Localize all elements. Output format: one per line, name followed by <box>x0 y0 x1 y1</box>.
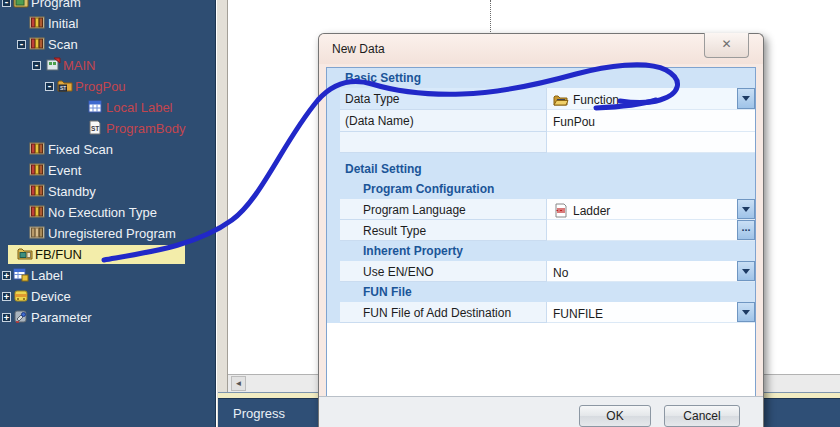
tree-item-programbody[interactable]: STProgramBody <box>0 118 216 139</box>
dialog-button-bar: OK Cancel <box>319 396 763 427</box>
grid-gutter <box>327 153 340 179</box>
tree-expander-icon[interactable]: - <box>45 82 54 91</box>
browse-button[interactable]: ... <box>737 220 755 240</box>
grid-gutter <box>327 68 340 88</box>
property-button-cell <box>737 110 755 132</box>
section-header-program-configuration: Program Configuration <box>327 179 755 199</box>
dialog-title: New Data <box>332 42 385 56</box>
dropdown-button[interactable] <box>737 302 755 322</box>
tree-item-fb-fun[interactable]: FB/FUN <box>0 244 216 265</box>
new-data-dialog: New Data ✕ Basic SettingData TypeFunctio… <box>318 33 764 427</box>
grid-gutter <box>327 241 340 261</box>
section-header-label: Detail Setting <box>340 159 755 179</box>
close-icon[interactable]: ✕ <box>704 33 749 58</box>
tree-item-label: Fixed Scan <box>48 142 113 157</box>
tree-item-scan[interactable]: -Scan <box>0 34 216 55</box>
tree-expander-icon[interactable]: + <box>2 271 11 280</box>
tree-item-no-execution-type[interactable]: No Execution Type <box>0 202 216 223</box>
property-label: FUN File of Add Destination <box>340 302 547 323</box>
dropdown-button[interactable] <box>737 199 755 219</box>
tree-item-standby[interactable]: Standby <box>0 181 216 202</box>
tree-item-label: Unregistered Program <box>48 226 176 241</box>
tree-item-fixed-scan[interactable]: Fixed Scan <box>0 139 216 160</box>
property-row-data-type[interactable]: Data TypeFunction <box>327 88 755 110</box>
chevron-down-icon <box>742 269 750 274</box>
project-tree-panel: -ProgramInitial-Scan-MAIN-STProgPouLocal… <box>0 0 216 427</box>
section-header-label: Basic Setting <box>340 68 755 88</box>
parameter-icon <box>13 309 29 324</box>
property-value-cell[interactable]: FUNFILE <box>547 302 737 323</box>
scroll-left-button[interactable]: ◄ <box>231 376 246 391</box>
property-button-cell <box>737 132 755 153</box>
property-value: No <box>553 266 568 280</box>
tree-item-program[interactable]: -Program <box>0 0 216 13</box>
tree-expander-icon[interactable]: - <box>32 61 41 70</box>
property-value-cell[interactable] <box>547 132 737 153</box>
property-row-program-language[interactable]: Program LanguageLadder <box>327 199 755 220</box>
tree-item-label: FB/FUN <box>35 247 82 262</box>
grid-gutter <box>327 179 340 199</box>
ok-button[interactable]: OK <box>579 405 651 427</box>
tree-item-main[interactable]: -MAIN <box>0 55 216 76</box>
tree-expander-icon[interactable]: + <box>2 313 11 322</box>
property-value-cell[interactable]: Ladder <box>547 199 737 220</box>
tree-item-label[interactable]: +Label <box>0 265 216 286</box>
section-header-detail-setting: Detail Setting <box>327 153 755 179</box>
tree-item-label: Parameter <box>31 310 92 325</box>
property-row-use-en-eno[interactable]: Use EN/ENONo <box>327 261 755 282</box>
pou-folder-icon: ST <box>57 78 73 93</box>
tree-item-device[interactable]: +Device <box>0 286 216 307</box>
tree-item-label: Local Label <box>106 100 173 115</box>
chevron-down-icon <box>742 207 750 212</box>
property-label: Result Type <box>340 220 547 241</box>
label-group-icon <box>13 267 29 282</box>
dropdown-button[interactable] <box>737 88 755 109</box>
property-label <box>340 132 547 153</box>
tree-item-unregistered-program[interactable]: Unregistered Program <box>0 223 216 244</box>
grid-gutter <box>327 220 340 241</box>
property-row-fun-file-of-add-destination[interactable]: FUN File of Add DestinationFUNFILE <box>327 302 755 323</box>
property-value-cell[interactable]: No <box>547 261 737 282</box>
tree-expander-icon[interactable]: - <box>2 0 11 7</box>
property-value: Ladder <box>573 204 610 218</box>
property-label: Data Type <box>340 88 547 110</box>
property-value-cell[interactable]: Function <box>547 88 737 110</box>
tree-expander-icon[interactable]: + <box>2 292 11 301</box>
property-label: Program Language <box>340 199 547 220</box>
dialog-title-bar[interactable]: New Data <box>319 34 763 64</box>
tree-item-initial[interactable]: Initial <box>0 13 216 34</box>
progress-panel-title: Progress <box>233 406 285 421</box>
exec-type-icon <box>29 183 45 198</box>
gx-works-screen: -ProgramInitial-Scan-MAIN-STProgPouLocal… <box>0 0 840 427</box>
property-row-empty[interactable] <box>327 132 755 153</box>
tree-item-parameter[interactable]: +Parameter <box>0 307 216 328</box>
grid-gutter <box>327 110 340 132</box>
tree-item-event[interactable]: Event <box>0 160 216 181</box>
ladder-icon <box>553 203 569 218</box>
exec-type-icon <box>29 204 45 219</box>
exec-type-icon <box>29 36 45 51</box>
property-label: Use EN/ENO <box>340 261 547 282</box>
property-button-cell <box>737 88 755 110</box>
property-value-cell[interactable]: FunPou <box>547 110 737 132</box>
grid-gutter <box>327 302 340 323</box>
property-value-cell[interactable] <box>547 220 737 241</box>
dropdown-button[interactable] <box>737 261 755 281</box>
grid-gutter <box>327 282 340 302</box>
tree-expander-icon[interactable]: - <box>17 40 26 49</box>
cancel-button[interactable]: Cancel <box>664 405 740 427</box>
section-header-basic-setting: Basic Setting <box>327 68 755 88</box>
tree-item-label: Standby <box>48 184 96 199</box>
property-value: FunPou <box>553 115 595 129</box>
tree-item-local-label[interactable]: Local Label <box>0 97 216 118</box>
chevron-down-icon <box>742 310 750 315</box>
section-header-inherent-property: Inherent Property <box>327 241 755 261</box>
property-row--data-name-[interactable]: (Data Name)FunPou <box>327 110 755 132</box>
property-row-result-type[interactable]: Result Type... <box>327 220 755 241</box>
property-button-cell <box>737 261 755 282</box>
tree-item-progpou[interactable]: -STProgPou <box>0 76 216 97</box>
property-button-cell <box>737 302 755 323</box>
grid-empty-area <box>327 323 755 396</box>
panel-splitter[interactable] <box>217 0 228 427</box>
device-icon <box>13 288 29 303</box>
